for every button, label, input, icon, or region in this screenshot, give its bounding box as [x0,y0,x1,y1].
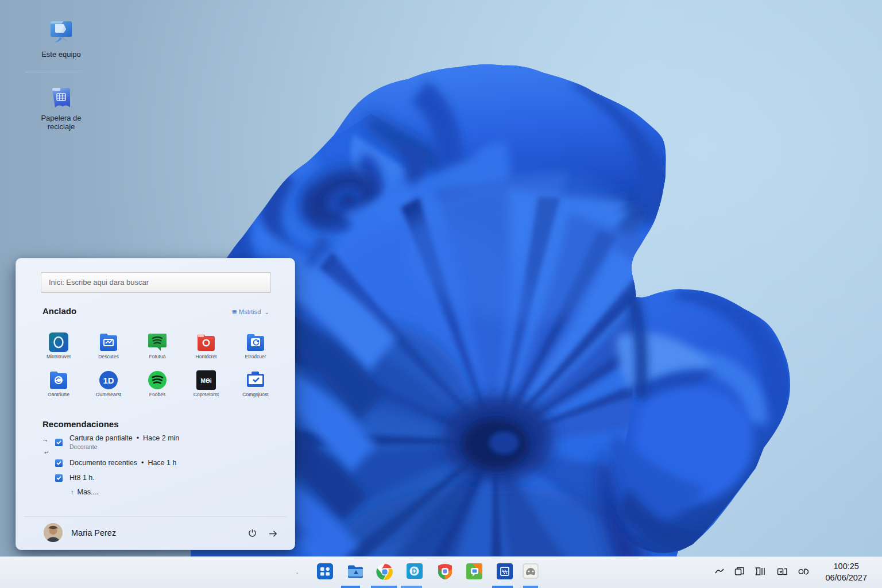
svg-text:1D: 1D [103,376,114,385]
svg-text:D: D [412,567,417,575]
svg-text:MƟi: MƟi [201,378,212,384]
